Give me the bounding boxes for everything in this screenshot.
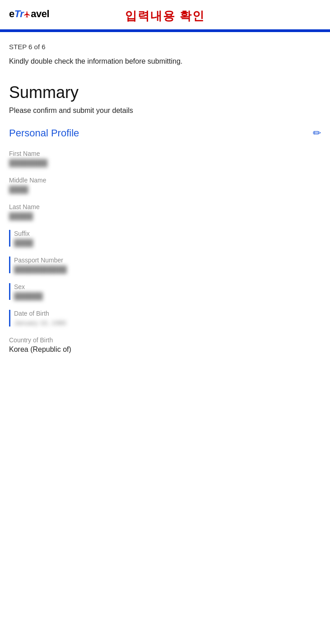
first-name-value: ████████ [9,159,321,167]
field-country-of-birth: Country of Birth Korea (Republic of) [9,336,321,354]
logo: eTravel [9,8,49,20]
field-last-name: Last Name █████ [9,203,321,220]
logo-travel-icon: Tr [14,8,24,19]
personal-profile-title: Personal Profile [9,127,79,139]
field-passport-number: Passport Number ███████████ [9,257,321,273]
instruction-text: Kindly double check the information befo… [9,56,321,67]
step-label: STEP 6 of 6 [9,43,321,51]
content: STEP 6 of 6 Kindly double check the info… [0,32,330,374]
sex-label: Sex [14,283,321,290]
date-of-birth-value: January 10, 1980 [14,319,321,327]
personal-profile-section-header: Personal Profile ✏ [9,127,321,139]
summary-subtitle: Please confirm and submit your details [9,107,321,115]
sex-value: ██████ [14,292,321,300]
summary-title: Summary [9,83,321,102]
suffix-label: Suffix [14,230,321,237]
field-suffix: Suffix ████ [9,230,321,247]
field-sex: Sex ██████ [9,283,321,300]
logo-e: e [9,8,14,19]
suffix-value: ████ [14,239,321,247]
country-of-birth-value: Korea (Republic of) [9,345,321,354]
middle-name-value: ████ [9,186,321,193]
header: eTravel 입력내용 확인 [0,0,330,29]
field-first-name: First Name ████████ [9,150,321,167]
passport-number-label: Passport Number [14,257,321,264]
field-middle-name: Middle Name ████ [9,177,321,193]
page-title: 입력내용 확인 [125,8,205,24]
date-of-birth-label: Date of Birth [14,310,321,317]
logo-plane-icon [23,11,31,18]
logo-avel: avel [31,8,49,19]
country-of-birth-label: Country of Birth [9,336,321,344]
field-date-of-birth: Date of Birth January 10, 1980 [9,310,321,327]
last-name-value: █████ [9,212,321,220]
middle-name-label: Middle Name [9,177,321,184]
first-name-label: First Name [9,150,321,157]
passport-number-value: ███████████ [14,266,321,273]
edit-icon[interactable]: ✏ [313,127,321,139]
last-name-label: Last Name [9,203,321,210]
